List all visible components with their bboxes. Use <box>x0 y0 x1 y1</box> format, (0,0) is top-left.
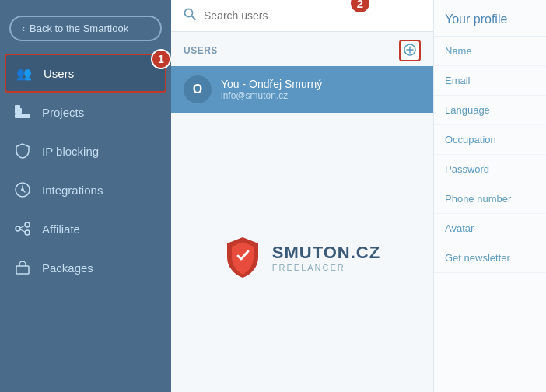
profile-field-email[interactable]: Email <box>434 66 546 96</box>
sidebar-item-label-packages: Packages <box>42 261 93 275</box>
user-list: O You - Ondřej Smurný info@smuton.cz <box>171 66 433 122</box>
back-button[interactable]: ‹ Back to the Smartlook <box>9 16 162 41</box>
logo-sub-text: FREELANCER <box>272 263 380 272</box>
sidebar-item-label-integrations: Integrations <box>42 184 103 197</box>
projects-icon <box>14 103 31 121</box>
sidebar-item-packages[interactable]: Packages <box>0 248 171 287</box>
search-icon <box>184 8 196 23</box>
svg-rect-2 <box>15 105 20 109</box>
packages-icon <box>14 259 31 276</box>
svg-rect-10 <box>16 266 29 274</box>
chevron-left-icon: ‹ <box>22 23 25 34</box>
svg-point-7 <box>25 230 30 235</box>
sidebar-item-label-users: Users <box>44 67 74 80</box>
user-email: info@smuton.cz <box>221 90 322 101</box>
svg-line-9 <box>20 229 25 232</box>
avatar: O <box>184 75 212 103</box>
profile-field-avatar[interactable]: Avatar <box>434 214 546 243</box>
users-section-header: USERS <box>171 32 433 66</box>
user-name: You - Ondřej Smurný <box>221 78 322 90</box>
logo-area: SMUTON.CZ FREELANCER <box>171 122 433 392</box>
profile-field-name[interactable]: Name <box>434 37 546 66</box>
sidebar-item-projects[interactable]: Projects <box>0 93 171 131</box>
svg-line-12 <box>192 16 196 20</box>
user-info: You - Ondřej Smurný info@smuton.cz <box>221 78 322 101</box>
svg-point-4 <box>21 188 24 191</box>
sidebar-item-users[interactable]: 👥 Users 1 <box>5 54 166 93</box>
sidebar-item-affiliate[interactable]: Affiliate <box>0 209 171 248</box>
users-section-label: USERS <box>184 45 218 56</box>
sidebar-item-label-affiliate: Affiliate <box>42 222 80 236</box>
svg-rect-1 <box>15 114 30 118</box>
sidebar: ‹ Back to the Smartlook 👥 Users 1 Projec… <box>0 0 171 392</box>
svg-point-6 <box>25 222 30 227</box>
affiliate-icon <box>14 220 31 237</box>
logo-main-text: SMUTON.CZ <box>272 243 380 263</box>
profile-field-password[interactable]: Password <box>434 155 546 184</box>
right-panel: Your profile Name Email Language Occupat… <box>433 0 546 392</box>
profile-field-language[interactable]: Language <box>434 96 546 125</box>
svg-line-8 <box>20 226 25 228</box>
logo-text-block: SMUTON.CZ FREELANCER <box>272 243 380 272</box>
badge-2: 2 <box>349 0 371 14</box>
badge-1: 1 <box>151 49 171 69</box>
plus-icon <box>404 42 416 60</box>
sidebar-item-ip-blocking[interactable]: IP blocking <box>0 131 171 170</box>
sidebar-item-integrations[interactable]: Integrations <box>0 170 171 209</box>
search-input[interactable] <box>204 9 344 22</box>
logo-shield-icon <box>224 236 261 279</box>
main-content: 2 USERS O You - Ondřej Smurný <box>171 0 433 392</box>
app-container: ‹ Back to the Smartlook 👥 Users 1 Projec… <box>0 0 546 392</box>
sidebar-item-label-projects: Projects <box>42 106 84 119</box>
users-icon: 👥 <box>16 65 33 82</box>
profile-title: Your profile <box>434 0 546 37</box>
svg-rect-0 <box>15 108 22 114</box>
svg-point-5 <box>16 226 20 231</box>
profile-field-phone[interactable]: Phone number <box>434 184 546 214</box>
shield-icon <box>14 142 31 159</box>
back-button-label: Back to the Smartlook <box>30 23 128 34</box>
search-bar: 2 <box>171 0 433 32</box>
profile-field-newsletter[interactable]: Get newsletter <box>434 243 546 273</box>
user-item[interactable]: O You - Ondřej Smurný info@smuton.cz <box>171 66 433 113</box>
integrations-icon <box>14 181 31 198</box>
profile-field-occupation[interactable]: Occupation <box>434 125 546 155</box>
add-user-button[interactable] <box>399 40 421 61</box>
sidebar-item-label-ip-blocking: IP blocking <box>42 145 99 158</box>
